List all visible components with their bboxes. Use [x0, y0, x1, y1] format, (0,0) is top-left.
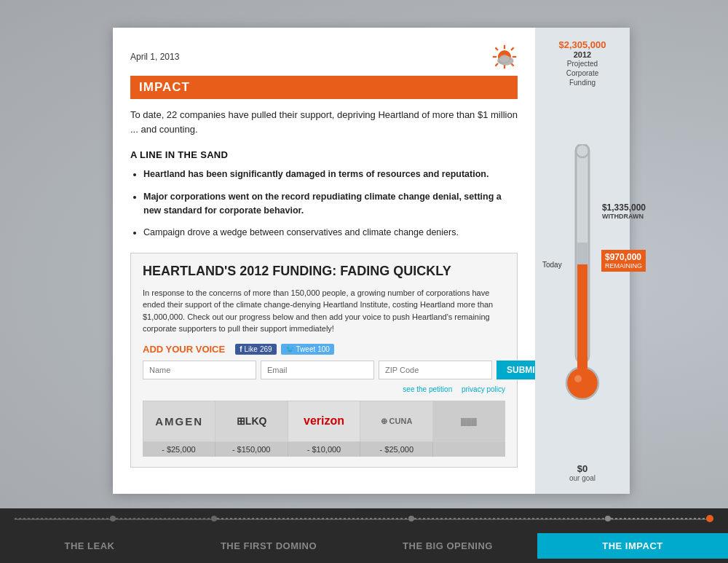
- thermo-top-desc: ProjectedCorporateFunding: [558, 59, 606, 87]
- tl-label-domino[interactable]: THE FIRST DOMINO: [179, 540, 358, 551]
- timeline-dots-row: [15, 515, 713, 522]
- tl-seg-1: [15, 518, 110, 519]
- tl-seg-4: [414, 518, 605, 519]
- svg-line-8: [495, 63, 498, 66]
- fb-count: 269: [260, 345, 272, 353]
- tl-label-impact[interactable]: THE IMPACT: [537, 533, 728, 559]
- tl-seg-5: [611, 518, 706, 519]
- svg-rect-14: [577, 264, 587, 363]
- voice-row: ADD YOUR VOICE f Like 269 🐦 Tweet 100: [143, 344, 505, 355]
- fb-like-label: Like: [245, 345, 258, 353]
- svg-point-17: [566, 367, 598, 399]
- thermo-tube-container: $1,335,000 WITHDRAWN $970,000 REMAINING: [564, 144, 601, 406]
- remaining-label-group: $970,000 REMAINING: [601, 250, 646, 272]
- verizon-logo: verizon: [304, 414, 344, 428]
- sun-icon: [491, 44, 518, 70]
- svg-rect-19: [577, 358, 587, 369]
- campaign-box: HEARTLAND'S 2012 FUNDING: FADING QUICKLY…: [130, 253, 518, 468]
- remaining-text: REMAINING: [605, 262, 642, 269]
- privacy-link[interactable]: privacy policy: [462, 385, 505, 393]
- amount-cell-lkq: - $150,000: [215, 442, 288, 457]
- svg-line-7: [511, 47, 514, 50]
- facebook-button[interactable]: f Like 269: [235, 344, 276, 355]
- main-card: April 1, 2013: [113, 28, 630, 494]
- lkq-logo: ⊞LKQ: [237, 415, 267, 427]
- name-input[interactable]: [143, 361, 256, 379]
- tl-label-leak[interactable]: THE LEAK: [0, 540, 179, 551]
- twitter-icon: 🐦: [285, 345, 294, 353]
- other-logo: ▓▓▓: [461, 417, 477, 425]
- tl-seg-3: [217, 518, 408, 519]
- amount-cell-cuna: - $25,000: [360, 442, 433, 457]
- thermometer-svg: [564, 144, 601, 406]
- add-voice-label: ADD YOUR VOICE: [143, 344, 225, 355]
- verizon-logo-cell: verizon: [288, 401, 360, 441]
- tweet-count: 100: [317, 345, 330, 353]
- timeline-track: [0, 508, 728, 529]
- zero-amount: $0: [569, 463, 596, 474]
- form-row: SUBMIT: [143, 361, 505, 379]
- intro-text: To date, 22 companies have pulled their …: [130, 108, 518, 136]
- fb-icon: f: [240, 345, 242, 353]
- campaign-desc: In response to the concerns of more than…: [143, 287, 505, 335]
- petition-link[interactable]: see the petition: [403, 385, 452, 393]
- thermo-top-label: $2,305,000 2012 ProjectedCorporateFundin…: [558, 39, 606, 87]
- tweet-label: Tweet: [296, 345, 316, 353]
- withdrawn-amount: $1,335,000: [602, 202, 646, 213]
- svg-point-18: [574, 375, 582, 382]
- impact-label: IMPACT: [139, 80, 190, 95]
- thermo-top-year: 2012: [558, 50, 606, 59]
- amgen-logo-cell: AMGEN: [143, 401, 215, 441]
- tl-seg-2: [116, 518, 211, 519]
- amount-cell-verizon: - $10,000: [288, 442, 361, 457]
- section-title: A LINE IN THE SAND: [130, 149, 518, 160]
- thermo-bottom: $0 our goal: [569, 463, 596, 482]
- withdrawn-text: WITHDRAWN: [602, 213, 646, 220]
- zip-input[interactable]: [379, 361, 492, 379]
- logos-row: AMGEN ⊞LKQ verizon ⊕ CUNA ▓▓▓: [143, 401, 505, 442]
- timeline-labels: THE LEAK THE FIRST DOMINO THE BIG OPENIN…: [0, 529, 728, 563]
- list-item: Campaign drove a wedge between conservat…: [143, 226, 518, 240]
- tl-dot-4: [605, 516, 611, 521]
- date-label: April 1, 2013: [130, 52, 179, 62]
- amount-cell-other: [433, 442, 505, 457]
- withdrawn-label-group: $1,335,000 WITHDRAWN: [602, 202, 646, 220]
- thermometer-wrapper: Today: [542, 93, 622, 457]
- right-panel: $2,305,000 2012 ProjectedCorporateFundin…: [535, 28, 630, 494]
- goal-label: our goal: [569, 474, 596, 482]
- submit-button[interactable]: SUBMIT: [496, 361, 535, 379]
- tl-label-opening[interactable]: THE BIG OPENING: [358, 540, 537, 551]
- amgen-logo: AMGEN: [155, 415, 203, 428]
- impact-banner: IMPACT: [130, 76, 518, 99]
- petition-links: see the petition privacy policy: [143, 385, 505, 393]
- remaining-amount: $970,000: [605, 252, 642, 262]
- tl-dot-1: [110, 516, 116, 521]
- lkq-logo-cell: ⊞LKQ: [215, 401, 288, 441]
- tweet-button[interactable]: 🐦 Tweet 100: [281, 344, 334, 355]
- thermo-top-amount: $2,305,000: [558, 39, 606, 50]
- amount-cell-amgen: - $25,000: [143, 442, 215, 457]
- tl-dot-3: [408, 516, 414, 521]
- email-input[interactable]: [261, 361, 374, 379]
- list-item: Heartland has been significantly damaged…: [143, 168, 518, 181]
- cuna-logo-cell: ⊕ CUNA: [360, 401, 432, 441]
- today-label: Today: [542, 261, 562, 269]
- date-row: April 1, 2013: [130, 44, 518, 70]
- tl-dot-active: [706, 515, 713, 522]
- bullet-list: Heartland has been significantly damaged…: [143, 168, 518, 240]
- svg-point-11: [499, 55, 510, 63]
- campaign-title: HEARTLAND'S 2012 FUNDING: FADING QUICKLY: [143, 264, 505, 280]
- other-logo-cell: ▓▓▓: [433, 401, 505, 441]
- cuna-logo: ⊕ CUNA: [381, 417, 413, 426]
- timeline-bar: THE LEAK THE FIRST DOMINO THE BIG OPENIN…: [0, 508, 728, 563]
- tl-dot-2: [211, 516, 217, 521]
- amounts-row: - $25,000 - $150,000 - $10,000 - $25,000: [143, 442, 505, 457]
- left-panel: April 1, 2013: [113, 28, 535, 494]
- svg-line-5: [495, 47, 498, 50]
- list-item: Major corporations went on the record re…: [143, 190, 518, 218]
